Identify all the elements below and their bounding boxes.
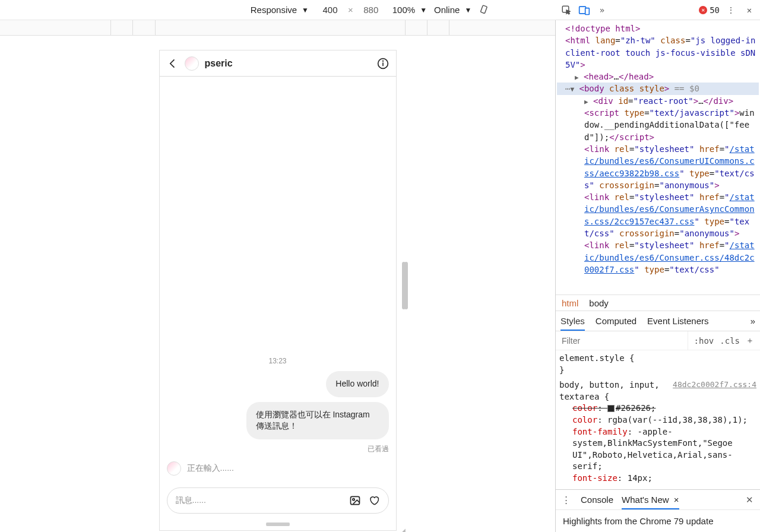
rotate-icon[interactable] xyxy=(479,4,490,16)
composer[interactable]: 訊息...... xyxy=(167,487,389,514)
avatar xyxy=(167,461,181,476)
sent-message[interactable]: 使用瀏覽器也可以在 Instagram 傳送訊息！ xyxy=(246,402,389,439)
styles-filter-row: :hov .cls ＋ xyxy=(556,331,760,350)
svg-rect-8 xyxy=(585,8,590,14)
inspect-icon[interactable] xyxy=(560,4,572,16)
zoom-select[interactable]: 100%▼ xyxy=(392,5,427,15)
whatsnew-body: Highlights from the Chrome 79 update xyxy=(556,510,760,532)
styles-tabs: Styles Computed Event Listeners » xyxy=(556,311,760,331)
error-icon: ✕ xyxy=(699,6,707,14)
viewport-area: pseric 13:23 Hello world! 使用瀏覽器也可以在 Inst… xyxy=(0,20,555,532)
error-count[interactable]: ✕ 50 xyxy=(699,5,720,15)
close-devtools-icon[interactable]: ✕ xyxy=(743,4,755,16)
chat-header: pseric xyxy=(160,50,396,77)
styles-pane[interactable]: element.style { } 48dc2c0002f7.css:4body… xyxy=(556,350,760,489)
chat-username[interactable]: pseric xyxy=(205,58,233,69)
resize-handle-right[interactable] xyxy=(402,262,406,309)
composer-placeholder[interactable]: 訊息...... xyxy=(176,495,342,506)
selected-node[interactable]: ⋯▼ <body class style> == $0 xyxy=(557,83,759,94)
svg-point-3 xyxy=(382,61,383,61)
drawer-menu-icon[interactable]: ⋮ xyxy=(560,494,572,506)
device-toggle-icon[interactable] xyxy=(578,4,590,16)
close-tab-icon[interactable]: × xyxy=(674,495,679,505)
new-rule-icon[interactable]: ＋ xyxy=(746,335,754,346)
sent-message[interactable]: Hello world! xyxy=(326,371,388,397)
times-icon: × xyxy=(348,5,353,15)
drawer: ⋮ Console What's New × ✕ Highlights from… xyxy=(556,489,760,532)
seen-indicator: 已看過 xyxy=(167,444,389,454)
svg-rect-0 xyxy=(481,5,487,13)
device-frame: pseric 13:23 Hello world! 使用瀏覽器也可以在 Inst… xyxy=(159,50,397,531)
image-icon[interactable] xyxy=(349,495,361,506)
tab-whatsnew[interactable]: What's New × xyxy=(622,495,679,509)
bottom-handle[interactable] xyxy=(160,517,396,530)
svg-point-5 xyxy=(352,499,354,501)
avatar[interactable] xyxy=(185,56,199,71)
message-timestamp: 13:23 xyxy=(167,357,389,365)
color-swatch[interactable] xyxy=(607,405,615,412)
device-mode-select[interactable]: Responsive▼ xyxy=(251,5,309,15)
tab-computed[interactable]: Computed xyxy=(596,316,636,326)
viewport-dimensions[interactable]: 400 × 880 xyxy=(316,5,385,15)
close-drawer-icon[interactable]: ✕ xyxy=(743,494,755,506)
resize-handle-corner[interactable]: ◢ xyxy=(397,525,406,532)
devtools-toolbar: » ✕ 50 ⋮ ✕ xyxy=(556,0,760,20)
back-icon[interactable] xyxy=(167,58,179,69)
ruler xyxy=(0,20,555,36)
hov-toggle[interactable]: :hov xyxy=(694,336,714,346)
css-source-link[interactable]: 48dc2c0002f7.css:4 xyxy=(673,379,756,390)
tab-console[interactable]: Console xyxy=(581,495,613,505)
more-tabs-icon[interactable]: » xyxy=(750,316,755,326)
styles-filter-input[interactable] xyxy=(556,336,688,346)
throttle-select[interactable]: Online▼ xyxy=(434,5,471,15)
settings-icon[interactable]: ⋮ xyxy=(726,4,737,16)
tab-styles[interactable]: Styles xyxy=(560,316,585,331)
devtools-panel: » ✕ 50 ⋮ ✕ <!doctype html> <html lang="z… xyxy=(555,20,760,532)
chat-body: 13:23 Hello world! 使用瀏覽器也可以在 Instagram 傳… xyxy=(160,77,396,483)
more-tabs-icon[interactable]: » xyxy=(596,4,608,16)
crumb-body[interactable]: body xyxy=(589,298,609,308)
width-input[interactable]: 400 xyxy=(316,5,344,15)
elements-tree[interactable]: <!doctype html> <html lang="zh-tw" class… xyxy=(556,20,760,294)
breadcrumb[interactable]: html body xyxy=(556,294,760,311)
height-input[interactable]: 880 xyxy=(357,5,385,15)
typing-indicator: 正在輸入...... xyxy=(167,461,389,476)
crumb-html[interactable]: html xyxy=(562,298,578,308)
info-icon[interactable] xyxy=(377,58,389,69)
tab-eventlisteners[interactable]: Event Listeners xyxy=(647,316,708,326)
cls-toggle[interactable]: .cls xyxy=(720,336,740,346)
heart-icon[interactable] xyxy=(368,495,380,506)
